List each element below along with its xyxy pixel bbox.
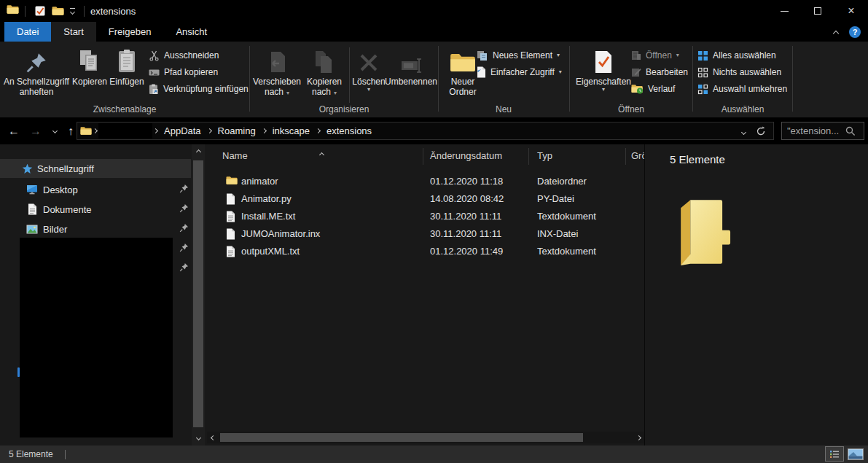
close-button[interactable]: × [834, 0, 868, 22]
copy-icon [79, 49, 101, 74]
thumbnail-view-button[interactable] [846, 446, 865, 462]
help-button[interactable]: ? [849, 26, 861, 38]
main-content: Schnellzugriff Desktop Dokumente [0, 144, 868, 446]
file-date: 01.12.2020 11:49 [430, 246, 503, 257]
breadcrumb-separator [154, 129, 157, 133]
sidebar-item-documents[interactable]: Dokumente [0, 200, 191, 219]
column-header-date[interactable]: Änderungsdatum [430, 150, 502, 161]
tab-ansicht[interactable]: Ansicht [163, 22, 219, 42]
new-item-icon [477, 50, 488, 61]
file-date: 30.11.2020 11:11 [430, 211, 501, 222]
breadcrumb-inkscape[interactable]: inkscape [267, 125, 315, 136]
address-bar[interactable]: AppData Roaming inkscape extensions [77, 122, 774, 140]
column-divider[interactable] [423, 148, 423, 165]
back-button[interactable]: ← [4, 117, 23, 144]
edit-button[interactable]: Bearbeiten [631, 64, 688, 80]
select-all-icon [697, 50, 708, 61]
address-dropdown-button[interactable] [742, 125, 746, 136]
pin-icon[interactable] [179, 223, 189, 235]
details-view-button[interactable] [825, 446, 844, 462]
file-type: Dateiordner [537, 176, 587, 187]
document-icon [28, 203, 37, 215]
search-box[interactable] [781, 122, 864, 140]
sidebar-item-label: Bilder [43, 224, 67, 235]
delete-button[interactable]: Löschen ▾ [352, 44, 386, 93]
file-row-jumoanimator[interactable]: JUMOAnimator.inx 30.11.2020 11:11 INX-Da… [207, 225, 644, 243]
column-divider[interactable] [625, 148, 626, 165]
file-icon [226, 228, 235, 242]
sidebar-scrollbar[interactable] [192, 144, 205, 446]
new-folder-icon [450, 52, 476, 74]
select-all-button[interactable]: Alles auswählen [697, 47, 776, 63]
breadcrumb-appdata[interactable]: AppData [159, 125, 206, 136]
pin-icon[interactable] [179, 262, 189, 274]
paste-button[interactable]: Einfügen [108, 44, 146, 87]
pin-icon[interactable] [179, 184, 189, 195]
tab-datei[interactable]: Datei [4, 22, 51, 42]
move-to-button[interactable]: Verschieben nach [251, 44, 302, 98]
sidebar-item-quick-access[interactable]: Schnellzugriff [0, 159, 191, 178]
column-header-type[interactable]: Typ [537, 150, 552, 161]
select-all-label: Alles auswählen [713, 50, 776, 61]
maximize-icon [814, 7, 821, 15]
open-button[interactable]: Öffnen ▾ [631, 47, 679, 63]
easy-access-button[interactable]: Einfacher Zugriff ▾ [477, 64, 562, 80]
invert-selection-label: Auswahl umkehren [713, 84, 787, 94]
properties-button[interactable]: Eigenschaften ▾ [573, 44, 634, 93]
tab-freigeben[interactable]: Freigeben [96, 22, 164, 42]
properties-label: Eigenschaften [576, 77, 631, 87]
column-header-name[interactable]: Name [222, 150, 248, 161]
file-row-outputxml[interactable]: outputXML.txt 01.12.2020 11:49 Textdokum… [207, 243, 644, 260]
pin-to-quick-access-button[interactable]: An Schnellzugriff anheften [1, 44, 71, 97]
minimize-button[interactable] [767, 0, 801, 22]
ribbon-corner-controls: ? [834, 22, 861, 42]
history-button[interactable]: Verlauf [631, 81, 675, 97]
file-icon [226, 193, 235, 207]
search-input[interactable] [787, 125, 845, 136]
forward-button[interactable]: → [26, 117, 45, 144]
select-none-label: Nichts auswählen [713, 67, 781, 77]
copy-button[interactable]: Kopieren [73, 44, 106, 87]
scroll-right-button[interactable] [633, 432, 644, 443]
breadcrumb-roaming[interactable]: Roaming [213, 125, 261, 136]
tab-start[interactable]: Start [51, 22, 95, 42]
new-item-button[interactable]: Neues Element ▾ [477, 47, 560, 63]
copy-to-button[interactable]: Kopieren nach [304, 44, 345, 98]
scroll-down-button[interactable] [192, 432, 205, 443]
sync-indicator [17, 367, 20, 377]
sidebar-item-desktop[interactable]: Desktop [0, 180, 191, 199]
breadcrumb-extensions[interactable]: extensions [321, 125, 377, 136]
paste-shortcut-button[interactable]: Verknüpfung einfügen [149, 81, 249, 97]
rename-button[interactable]: Umbenennen [386, 44, 437, 87]
pin-icon[interactable] [179, 203, 189, 215]
scrollbar-thumb[interactable] [193, 160, 203, 427]
delete-x-icon [358, 52, 380, 74]
copy-path-button[interactable]: Pfad kopieren [149, 64, 218, 80]
qat-properties-button[interactable] [31, 2, 49, 20]
qat-customize-button[interactable] [66, 8, 78, 14]
scroll-left-button[interactable] [207, 432, 219, 443]
file-row-animator[interactable]: animator 01.12.2020 11:18 Dateiordner [207, 173, 644, 190]
ribbon-divider [792, 46, 793, 112]
invert-selection-button[interactable]: Auswahl umkehren [697, 81, 787, 97]
file-row-animator-py[interactable]: Animator.py 14.08.2020 08:42 PY-Datei [207, 190, 644, 208]
maximize-button[interactable] [801, 0, 834, 22]
ribbon-group-organize: Verschieben nach Kopieren nach [250, 42, 438, 117]
copy-to-icon [313, 50, 335, 74]
dropdown-caret-icon: ▾ [367, 87, 370, 93]
pin-icon[interactable] [179, 243, 189, 254]
collapse-ribbon-button[interactable] [834, 26, 838, 39]
column-divider[interactable] [528, 148, 529, 165]
scrollbar-thumb[interactable] [220, 433, 583, 442]
sidebar-item-pictures[interactable]: Bilder [0, 219, 191, 238]
scroll-up-button[interactable] [192, 146, 205, 157]
refresh-button[interactable] [756, 126, 766, 136]
horizontal-scrollbar[interactable] [207, 432, 644, 443]
file-type: Textdokument [537, 211, 596, 222]
cut-button[interactable]: Ausschneiden [149, 47, 219, 63]
easy-access-label: Einfacher Zugriff [490, 67, 555, 77]
select-none-button[interactable]: Nichts auswählen [697, 64, 781, 80]
column-header-size[interactable]: Größe [631, 150, 644, 161]
qat-new-folder-button[interactable] [49, 2, 66, 20]
file-row-install-me[interactable]: Install.ME.txt 30.11.2020 11:11 Textdoku… [207, 208, 644, 225]
